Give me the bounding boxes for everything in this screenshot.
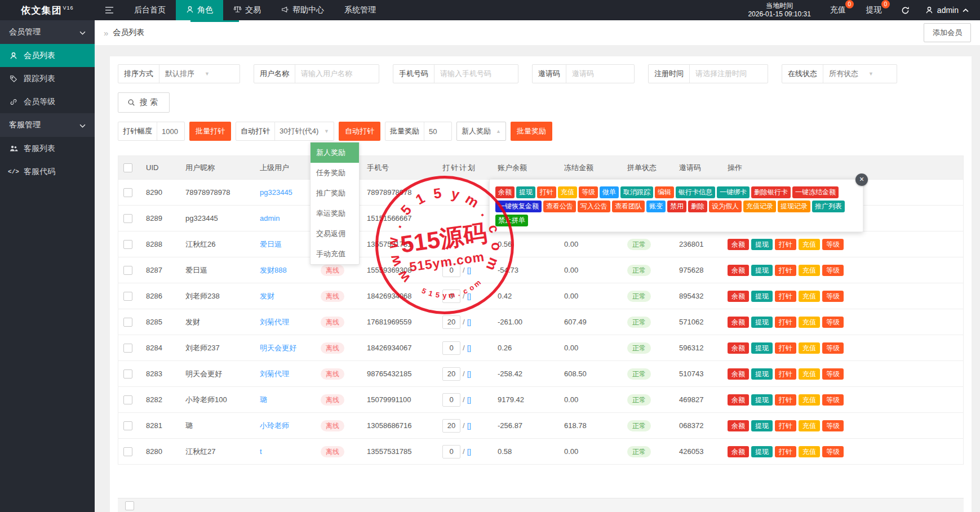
提现记录-button[interactable]: 提现记录 <box>778 201 810 212</box>
余额-button[interactable]: 余额 <box>495 186 515 198</box>
打针-button[interactable]: 打针 <box>775 239 796 250</box>
sidebar-item-客服代码[interactable]: </>客服代码 <box>0 160 95 183</box>
打针-button[interactable]: 打针 <box>775 446 796 457</box>
select-all-checkbox[interactable] <box>123 163 132 172</box>
等级-button[interactable]: 等级 <box>822 368 844 380</box>
提现-button[interactable]: 提现 <box>516 186 535 198</box>
parent-user-link[interactable]: 爱日逼 <box>260 240 282 248</box>
row-checkbox[interactable] <box>123 344 132 353</box>
inject-range-input[interactable]: 1000 <box>157 122 184 140</box>
银行卡信息-button[interactable]: 银行卡信息 <box>676 186 715 198</box>
close-icon[interactable]: × <box>855 173 868 186</box>
sidebar-item-会员等级[interactable]: 会员等级 <box>0 90 95 113</box>
等级-button[interactable]: 等级 <box>822 342 844 354</box>
plan-edit-icon[interactable]: [] <box>467 292 471 300</box>
等级-button[interactable]: 等级 <box>822 446 844 457</box>
等级-button[interactable]: 等级 <box>822 291 844 302</box>
余额-button[interactable]: 余额 <box>728 394 749 406</box>
打针-button[interactable]: 打针 <box>775 420 796 431</box>
row-checkbox[interactable] <box>123 447 132 456</box>
plan-input[interactable]: 20 <box>442 315 460 329</box>
提现-button[interactable]: 提现 <box>751 291 773 302</box>
一键绑卡-button[interactable]: 一键绑卡 <box>717 186 750 198</box>
充值-button[interactable]: 充值 <box>799 368 820 380</box>
parent-user-link[interactable]: admin <box>260 214 280 222</box>
提现-button[interactable]: 提现 <box>751 446 773 457</box>
filter-select[interactable]: 默认排序▼ <box>159 65 240 83</box>
余额-button[interactable]: 余额 <box>728 368 749 380</box>
topbar-充值-button[interactable]: 充值0 <box>820 0 856 20</box>
禁止拼单-button[interactable]: 禁止拼单 <box>495 215 528 226</box>
充值-button[interactable]: 充值 <box>799 342 820 354</box>
打针-button[interactable]: 打针 <box>775 317 796 328</box>
等级-button[interactable]: 等级 <box>822 420 844 431</box>
parent-user-link[interactable]: 刘菊代理 <box>260 318 289 326</box>
提现-button[interactable]: 提现 <box>751 239 773 250</box>
plan-input[interactable]: 0 <box>442 393 460 407</box>
余额-button[interactable]: 余额 <box>728 291 749 302</box>
hamburger-icon[interactable] <box>95 0 124 20</box>
一键恢复金额-button[interactable]: 一键恢复金额 <box>495 201 542 212</box>
余额-button[interactable]: 余额 <box>728 342 749 354</box>
等级-button[interactable]: 等级 <box>822 265 844 276</box>
row-checkbox[interactable] <box>123 188 132 197</box>
auto-inject-button[interactable]: 自动打针 <box>339 122 380 141</box>
余额-button[interactable]: 余额 <box>728 420 749 431</box>
batch-inject-button[interactable]: 批量打针 <box>189 122 231 141</box>
plan-edit-icon[interactable]: [] <box>467 447 471 456</box>
sidebar-item-跟踪列表[interactable]: 跟踪列表 <box>0 67 95 90</box>
打针-button[interactable]: 打针 <box>775 342 796 354</box>
充值-button[interactable]: 充值 <box>799 420 820 431</box>
add-member-button[interactable]: 添加会员 <box>924 23 971 42</box>
nav-item-角色[interactable]: 角色 <box>176 0 223 20</box>
plan-edit-icon[interactable]: [] <box>467 421 471 430</box>
打针-button[interactable]: 打针 <box>775 394 796 406</box>
打针-button[interactable]: 打针 <box>775 265 796 276</box>
等级-button[interactable]: 等级 <box>822 394 844 406</box>
余额-button[interactable]: 余额 <box>728 239 749 250</box>
nav-item-后台首页[interactable]: 后台首页 <box>124 0 176 20</box>
一键冻结金额-button[interactable]: 一键冻结金额 <box>792 186 839 198</box>
余额-button[interactable]: 余额 <box>728 265 749 276</box>
打针-button[interactable]: 打针 <box>537 186 556 198</box>
parent-user-link[interactable]: t <box>260 447 262 456</box>
dropdown-option-交易返佣[interactable]: 交易返佣 <box>311 224 359 244</box>
提现-button[interactable]: 提现 <box>751 342 773 354</box>
parent-user-link[interactable]: 发财 <box>260 292 274 300</box>
提现-button[interactable]: 提现 <box>751 420 773 431</box>
等级-button[interactable]: 等级 <box>579 186 598 198</box>
filter-input[interactable]: 邀请码 <box>566 65 634 83</box>
编辑-button[interactable]: 编辑 <box>655 186 674 198</box>
账变-button[interactable]: 账变 <box>646 201 666 212</box>
dropdown-option-幸运奖励[interactable]: 幸运奖励 <box>311 203 359 224</box>
plan-edit-icon[interactable]: [] <box>467 344 471 352</box>
filter-select[interactable]: 所有状态▼ <box>823 65 897 83</box>
打针-button[interactable]: 打针 <box>775 368 796 380</box>
batch-reward-button[interactable]: 批量奖励 <box>511 122 552 141</box>
parent-user-link[interactable]: 璐 <box>260 395 267 404</box>
plan-edit-icon[interactable]: [] <box>467 266 471 274</box>
充值-button[interactable]: 充值 <box>799 446 820 457</box>
parent-user-link[interactable]: 刘菊代理 <box>260 369 289 378</box>
余额-button[interactable]: 余额 <box>728 446 749 457</box>
plan-edit-icon[interactable]: [] <box>467 369 471 378</box>
filter-input[interactable]: 请选择注册时间 <box>690 65 768 83</box>
删除-button[interactable]: 删除 <box>688 201 707 212</box>
dropdown-option-手动充值[interactable]: 手动充值 <box>311 244 359 264</box>
plan-edit-icon[interactable]: [] <box>467 395 471 404</box>
等级-button[interactable]: 等级 <box>822 317 844 328</box>
row-checkbox[interactable] <box>123 266 132 275</box>
nav-item-帮助中心[interactable]: 帮助中心 <box>271 0 334 20</box>
推广列表-button[interactable]: 推广列表 <box>812 201 845 212</box>
reward-type-select[interactable]: 新人奖励 ▲ <box>456 122 506 141</box>
plan-input[interactable]: 20 <box>442 419 460 433</box>
做单-button[interactable]: 做单 <box>600 186 619 198</box>
row-checkbox[interactable] <box>123 240 132 249</box>
row-checkbox[interactable] <box>123 214 132 223</box>
提现-button[interactable]: 提现 <box>751 394 773 406</box>
auto-inject-select[interactable]: 30打针(代4) ▼ <box>275 122 334 140</box>
admin-menu[interactable]: admin <box>919 6 980 15</box>
plan-input[interactable]: 0 <box>442 445 460 458</box>
row-checkbox[interactable] <box>123 421 132 430</box>
plan-input[interactable]: 0 <box>442 264 460 277</box>
